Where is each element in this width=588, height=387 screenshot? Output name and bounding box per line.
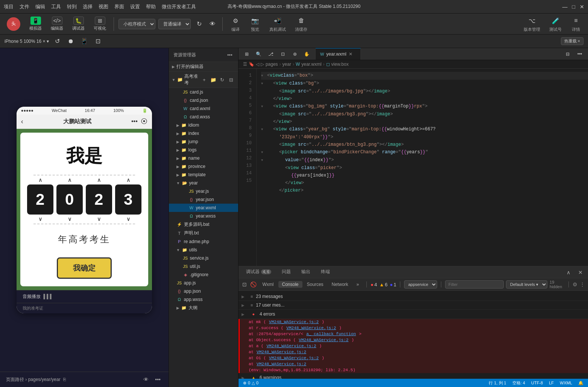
breadcrumb-fwd-btn[interactable]: ▷ bbox=[261, 62, 264, 67]
menu-help[interactable]: 帮助 bbox=[146, 3, 156, 10]
list-item[interactable]: JS app.js bbox=[169, 279, 238, 287]
fold-arrow-2[interactable] bbox=[261, 80, 267, 88]
fold-arrow-5[interactable] bbox=[261, 103, 267, 110]
list-item[interactable]: P re adme.php bbox=[169, 237, 238, 246]
preview-btn[interactable]: 📷 bbox=[250, 15, 260, 26]
link-vm248-2[interactable]: VM248_WAService.js:2 bbox=[257, 362, 306, 366]
camera-icon[interactable]: ⦿ bbox=[141, 118, 147, 125]
hotkey-btn[interactable]: 热重载 × bbox=[561, 37, 583, 45]
list-item[interactable]: {} card.json bbox=[169, 96, 238, 104]
close-button[interactable]: ✕ bbox=[580, 4, 584, 10]
list-item[interactable]: JS card.js bbox=[169, 88, 238, 96]
list-item[interactable]: Ω year.wxss bbox=[169, 212, 238, 220]
link-r-success[interactable]: VM248_WAService.js:2 bbox=[286, 326, 336, 330]
tab-network[interactable]: Network bbox=[328, 281, 352, 288]
tab-more[interactable]: » bbox=[353, 281, 363, 288]
log-group-messages[interactable]: ▶ ≡ 23 messages bbox=[239, 292, 588, 301]
breadcrumb-year[interactable]: year bbox=[283, 62, 291, 67]
list-item[interactable]: ▼ 📂 year bbox=[169, 179, 238, 187]
block-icon[interactable]: ⊡ bbox=[242, 281, 248, 288]
tab-year-wxml[interactable]: W year.wxml ✕ bbox=[316, 48, 361, 60]
device-info[interactable]: iPhone 5 100% 16 × ▾ bbox=[5, 39, 49, 44]
breadcrumb-file[interactable]: year.wxml bbox=[301, 62, 321, 67]
collapse-all-btn[interactable]: ⊟ bbox=[228, 76, 235, 83]
editor-btn[interactable]: </> 编辑器 bbox=[48, 15, 66, 33]
appservice-select[interactable]: appservice bbox=[404, 280, 437, 289]
tab-sources[interactable]: Sources bbox=[303, 281, 327, 288]
clear-btn[interactable]: 🗑 bbox=[296, 15, 307, 26]
link-object-success[interactable]: VM248_WAService.js:2 bbox=[299, 338, 348, 342]
mobile-icon-btn[interactable]: 📱 bbox=[79, 36, 90, 47]
list-item[interactable]: ▶ 📁 province bbox=[169, 162, 238, 171]
more-devtools-icon[interactable]: ⋮ bbox=[580, 281, 585, 287]
split-editor-icon[interactable]: ⊞ bbox=[242, 49, 252, 59]
devtools-expand-btn[interactable]: ∧ bbox=[564, 268, 573, 277]
list-item[interactable]: W card.wxml bbox=[169, 104, 238, 113]
list-item[interactable]: T 声明.txt bbox=[169, 229, 238, 237]
link-a[interactable]: VM248_WAService.js:2 bbox=[267, 344, 316, 348]
log-group-errors[interactable]: ▶ ● 4 errors bbox=[239, 310, 588, 319]
log-group-warnings[interactable]: ▶ ▲ 6 warnings bbox=[239, 373, 588, 379]
tab-wxml[interactable]: Wxml bbox=[259, 281, 278, 288]
menu-tools[interactable]: 工具 bbox=[51, 3, 61, 10]
filter-input[interactable] bbox=[445, 280, 504, 289]
copy-icon[interactable]: ⎘ bbox=[63, 377, 66, 382]
pan-icon[interactable]: ✋ bbox=[302, 49, 312, 59]
breadcrumb-pages[interactable]: pages bbox=[266, 62, 278, 67]
list-item[interactable]: ▶ 📁 index bbox=[169, 129, 238, 138]
stop-icon[interactable]: 🚫 bbox=[250, 281, 257, 288]
list-item[interactable]: ⚡ 更多源码.bat bbox=[169, 220, 238, 229]
preview-icon-btn[interactable]: 👁 bbox=[207, 19, 218, 29]
back-button[interactable]: ‹ bbox=[21, 118, 23, 125]
list-item[interactable]: W year.wxml bbox=[169, 204, 238, 212]
breadcrumb-nav[interactable]: 页面路径 › pages/year/year ⎘ bbox=[6, 376, 66, 383]
source-control-icon[interactable]: ⎇ bbox=[266, 49, 276, 59]
project-section[interactable]: ▼ 📁 高考准考 + 📁 ↻ ⊟ bbox=[169, 72, 238, 88]
simulator-btn[interactable]: 📱 模拟器 bbox=[26, 15, 45, 33]
settings-icon[interactable]: ⚙ bbox=[573, 281, 577, 287]
list-item[interactable]: JS year.js bbox=[169, 187, 238, 195]
breadcrumb-nav-btn[interactable]: ◁ bbox=[256, 62, 259, 67]
breadcrumb-element[interactable]: view.box bbox=[331, 62, 349, 67]
list-item[interactable]: JS util.js bbox=[169, 262, 238, 271]
log-group-user[interactable]: ▶ ≡ 17 user mes... bbox=[239, 301, 588, 310]
list-item[interactable]: ▶ 📁 大纲 bbox=[169, 304, 238, 312]
detail-btn[interactable]: ≡ bbox=[571, 15, 581, 26]
status-spaces[interactable]: 空格: 4 bbox=[512, 380, 525, 386]
fold-arrow-10[interactable] bbox=[261, 148, 267, 156]
refresh-btn[interactable]: ↻ bbox=[194, 19, 204, 29]
status-line-ending[interactable]: LF bbox=[549, 380, 554, 386]
link-vm248-1[interactable]: VM248_WAService.js:2 bbox=[257, 350, 306, 354]
menu-settings[interactable]: 设置 bbox=[130, 3, 140, 10]
list-item[interactable]: ▶ 📁 name bbox=[169, 154, 238, 162]
version-btn[interactable]: ⌥ bbox=[527, 15, 537, 26]
status-bell[interactable]: 🔔 bbox=[578, 380, 583, 386]
minimize-button[interactable]: — bbox=[562, 4, 568, 10]
tab-debugger[interactable]: 调试器 4, 6 bbox=[242, 266, 276, 278]
menu-project[interactable]: 项目 bbox=[4, 3, 14, 10]
tab-terminal[interactable]: 终端 bbox=[316, 266, 334, 278]
maximize-button[interactable]: □ bbox=[572, 4, 575, 10]
fold-arrow-8[interactable] bbox=[261, 125, 267, 133]
devtools-close-btn[interactable]: ✕ bbox=[576, 268, 585, 277]
digit-2b[interactable]: 2 bbox=[86, 184, 112, 215]
default-levels-select[interactable]: Default levels ▾ bbox=[506, 280, 547, 289]
tab-output[interactable]: 输出 bbox=[297, 266, 315, 278]
more-options-icon[interactable]: ••• bbox=[574, 49, 585, 59]
menu-goto[interactable]: 转到 bbox=[67, 3, 77, 10]
visual-btn[interactable]: ⊞ 可视化 bbox=[91, 15, 109, 33]
open-editors-section[interactable]: ▶ 打开的编辑器 bbox=[169, 62, 238, 72]
status-language[interactable]: WXML bbox=[560, 380, 572, 386]
play-btn[interactable]: ⏺ bbox=[65, 36, 76, 47]
menu-interface[interactable]: 界面 bbox=[114, 3, 124, 10]
grid-icon[interactable]: ⊡ bbox=[278, 49, 288, 59]
confirm-button[interactable]: 我确定 bbox=[57, 257, 112, 279]
digit-2[interactable]: 2 bbox=[27, 184, 53, 215]
link-callback[interactable]: a_ callback function bbox=[306, 332, 356, 336]
list-item[interactable]: ▶ 📁 idiom bbox=[169, 121, 238, 129]
refresh-files-btn[interactable]: ↻ bbox=[219, 76, 226, 83]
link-mk[interactable]: VM248_WAService.js:2 bbox=[269, 320, 319, 324]
menu-weixin[interactable]: 微信开发者工具 bbox=[162, 3, 196, 10]
new-folder-btn[interactable]: 📁 bbox=[210, 76, 217, 83]
compile-select[interactable]: 普通编译 bbox=[158, 19, 191, 29]
